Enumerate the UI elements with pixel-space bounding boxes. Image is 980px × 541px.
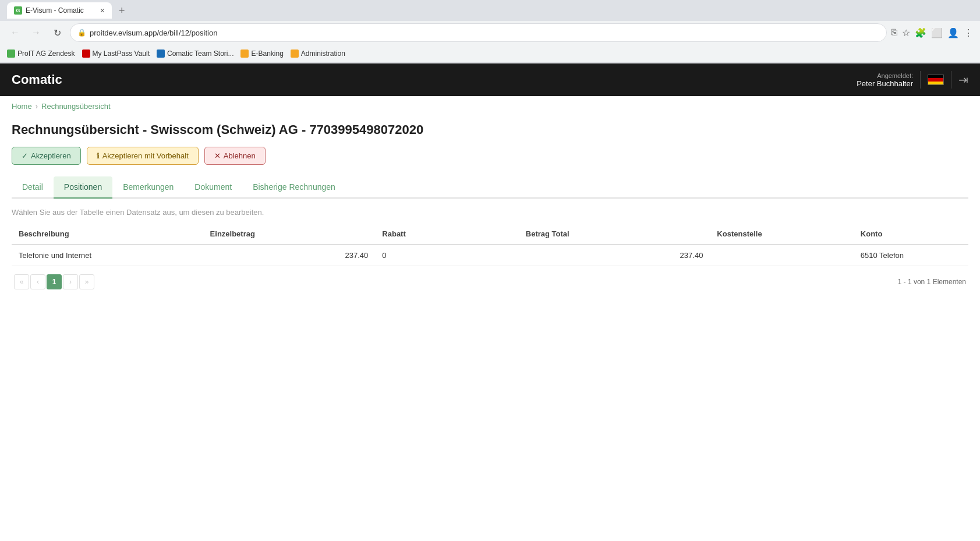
bookmarks-bar: ProIT AG Zendesk My LastPass Vault Comat… bbox=[0, 44, 980, 63]
check-icon: ✓ bbox=[22, 151, 28, 160]
cell-rabatt: 0 bbox=[375, 245, 518, 266]
profile-icon[interactable]: 👤 bbox=[947, 27, 959, 38]
tab-favicon: G bbox=[14, 6, 22, 15]
bookmark-admin[interactable]: Administration bbox=[291, 49, 345, 58]
extensions-icon[interactable]: 🧩 bbox=[915, 27, 926, 38]
pagination: « ‹ 1 › » 1 - 1 von 1 Elementen bbox=[12, 268, 968, 295]
bookmark-label-proit: ProIT AG Zendesk bbox=[17, 49, 75, 58]
accept-button[interactable]: ✓ Akzeptieren bbox=[12, 147, 81, 165]
header-right: Angemeldet: Peter Buchhalter ⇥ bbox=[857, 71, 968, 89]
pagination-info: 1 - 1 von 1 Elementen bbox=[898, 278, 966, 286]
bookmark-icon[interactable]: ☆ bbox=[902, 27, 910, 38]
table-header: Beschreibung Einzelbetrag Rabatt Betrag … bbox=[12, 224, 968, 245]
col-header-konto: Konto bbox=[854, 224, 968, 245]
cell-einzelbetrag: 237.40 bbox=[203, 245, 376, 266]
back-button[interactable]: ← bbox=[7, 24, 23, 41]
language-flag[interactable] bbox=[928, 75, 944, 85]
pagination-controls: « ‹ 1 › » bbox=[14, 274, 94, 289]
tab-dokument[interactable]: Dokument bbox=[184, 176, 242, 199]
page-content: Rechnungsübersicht - Swisscom (Schweiz) … bbox=[0, 116, 980, 307]
bookmark-label-comatic: Comatic Team Stori... bbox=[167, 49, 233, 58]
x-icon: ✕ bbox=[214, 151, 221, 160]
reload-button[interactable]: ↻ bbox=[49, 24, 65, 41]
tabs: Detail Positionen Bemerkungen Dokument B… bbox=[12, 176, 968, 199]
table-wrapper: Beschreibung Einzelbetrag Rabatt Betrag … bbox=[12, 224, 968, 266]
cell-beschreibung: Telefonie und Internet bbox=[12, 245, 203, 266]
table-hint: Wählen Sie aus der Tabelle einen Datensa… bbox=[12, 208, 968, 217]
next-page-button[interactable]: › bbox=[63, 274, 78, 289]
col-header-einzelbetrag: Einzelbetrag bbox=[203, 224, 376, 245]
col-header-rabatt: Rabatt bbox=[375, 224, 518, 245]
prev-page-button[interactable]: ‹ bbox=[30, 274, 45, 289]
accept-reserve-label: Akzeptieren mit Vorbehalt bbox=[102, 151, 189, 160]
breadcrumb-current[interactable]: Rechnungsübersicht bbox=[41, 102, 111, 111]
app-logo: Comatic bbox=[12, 72, 857, 87]
bookmark-favicon-ebanking bbox=[240, 49, 249, 58]
info-icon: ℹ bbox=[97, 151, 100, 160]
bookmark-favicon-admin bbox=[291, 49, 299, 58]
flag-gold-stripe bbox=[928, 82, 943, 84]
cell-betrag-total: 237.40 bbox=[519, 245, 710, 266]
bookmark-comatic[interactable]: Comatic Team Stori... bbox=[157, 49, 233, 58]
tab-title: E-Visum - Comatic bbox=[26, 6, 97, 15]
tab-positionen-label: Positionen bbox=[64, 182, 102, 192]
tab-bemerkungen[interactable]: Bemerkungen bbox=[112, 176, 184, 199]
last-page-button[interactable]: » bbox=[79, 274, 94, 289]
tab-detail[interactable]: Detail bbox=[12, 176, 54, 199]
col-header-beschreibung: Beschreibung bbox=[12, 224, 203, 245]
current-page-button[interactable]: 1 bbox=[47, 274, 62, 289]
reject-label: Ablehnen bbox=[224, 151, 256, 160]
address-bar[interactable]: 🔒 proitdev.evisum.app/de/bill/12/positio… bbox=[70, 23, 887, 42]
browser-chrome: G E-Visum - Comatic × + ← → ↻ 🔒 proitdev… bbox=[0, 0, 980, 63]
col-header-betrag: Betrag Total bbox=[519, 224, 710, 245]
bookmark-favicon-comatic bbox=[157, 49, 165, 58]
bookmark-lastpass[interactable]: My LastPass Vault bbox=[82, 49, 150, 58]
tab-bisherige-label: Bisherige Rechnungen bbox=[253, 182, 335, 192]
accept-reserve-button[interactable]: ℹ Akzeptieren mit Vorbehalt bbox=[87, 147, 199, 165]
breadcrumb-home[interactable]: Home bbox=[12, 102, 32, 111]
new-tab-button[interactable]: + bbox=[119, 5, 125, 17]
forward-button[interactable]: → bbox=[28, 24, 44, 41]
breadcrumb: Home › Rechnungsübersicht bbox=[0, 96, 980, 116]
bookmark-favicon-proit bbox=[7, 49, 15, 58]
url-text: proitdev.evisum.app/de/bill/12/position bbox=[90, 29, 879, 37]
bookmark-favicon-lastpass bbox=[82, 49, 90, 58]
cast-icon[interactable]: ⎘ bbox=[891, 27, 897, 38]
reject-button[interactable]: ✕ Ablehnen bbox=[204, 147, 266, 165]
tab-bemerkungen-label: Bemerkungen bbox=[123, 182, 174, 192]
col-header-kostenstelle: Kostenstelle bbox=[710, 224, 853, 245]
bookmark-label-ebanking: E-Banking bbox=[251, 49, 283, 58]
cell-kostenstelle bbox=[710, 245, 853, 266]
user-label: Angemeldet: bbox=[857, 72, 913, 79]
data-table: Beschreibung Einzelbetrag Rabatt Betrag … bbox=[12, 224, 968, 266]
browser-toolbar-icons: ⎘ ☆ 🧩 ⬜ 👤 ⋮ bbox=[891, 27, 973, 38]
logout-button[interactable]: ⇥ bbox=[958, 73, 968, 87]
tab-bisherige[interactable]: Bisherige Rechnungen bbox=[242, 176, 346, 199]
browser-tab[interactable]: G E-Visum - Comatic × bbox=[7, 2, 112, 19]
bookmark-label-admin: Administration bbox=[301, 49, 345, 58]
tab-detail-label: Detail bbox=[22, 182, 43, 192]
tab-dokument-label: Dokument bbox=[194, 182, 232, 192]
app-header: Comatic Angemeldet: Peter Buchhalter ⇥ bbox=[0, 63, 980, 96]
page-title: Rechnungsübersicht - Swisscom (Schweiz) … bbox=[12, 122, 968, 137]
tab-close-button[interactable]: × bbox=[100, 6, 105, 15]
tab-positionen[interactable]: Positionen bbox=[54, 176, 112, 199]
browser-titlebar: G E-Visum - Comatic × + bbox=[0, 0, 980, 21]
bookmark-proit[interactable]: ProIT AG Zendesk bbox=[7, 49, 75, 58]
browser-controls: ← → ↻ 🔒 proitdev.evisum.app/de/bill/12/p… bbox=[0, 21, 980, 44]
divider-2 bbox=[951, 71, 951, 89]
split-icon[interactable]: ⬜ bbox=[931, 27, 943, 38]
cell-konto: 6510 Telefon bbox=[854, 245, 968, 266]
bookmark-ebanking[interactable]: E-Banking bbox=[240, 49, 283, 58]
breadcrumb-separator: › bbox=[36, 102, 38, 111]
first-page-button[interactable]: « bbox=[14, 274, 29, 289]
bookmark-label-lastpass: My LastPass Vault bbox=[93, 49, 150, 58]
menu-icon[interactable]: ⋮ bbox=[964, 27, 973, 38]
user-info: Angemeldet: Peter Buchhalter bbox=[857, 72, 913, 88]
user-name: Peter Buchhalter bbox=[857, 79, 913, 88]
table-row[interactable]: Telefonie und Internet 237.40 0 237.40 6… bbox=[12, 245, 968, 266]
action-buttons: ✓ Akzeptieren ℹ Akzeptieren mit Vorbehal… bbox=[12, 147, 968, 165]
divider-1 bbox=[920, 71, 921, 89]
table-body: Telefonie und Internet 237.40 0 237.40 6… bbox=[12, 245, 968, 266]
accept-label: Akzeptieren bbox=[31, 151, 71, 160]
